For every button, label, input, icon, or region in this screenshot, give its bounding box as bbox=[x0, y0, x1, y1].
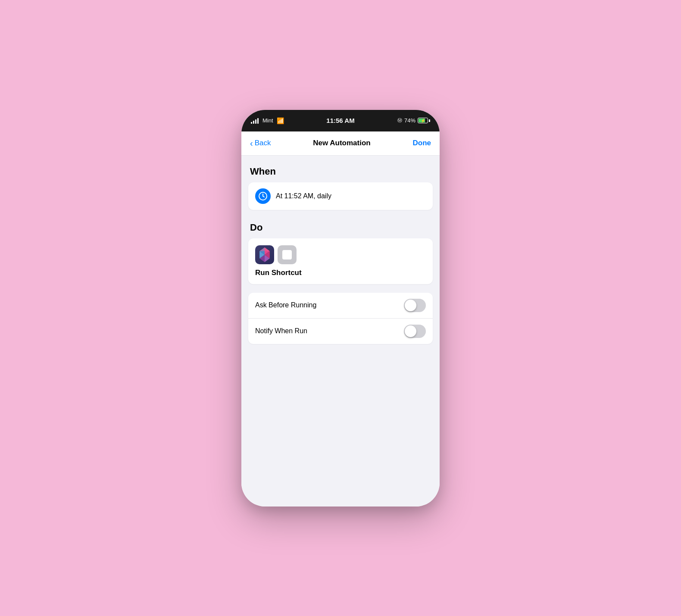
done-button[interactable]: Done bbox=[412, 139, 431, 147]
battery-body: ⚡ bbox=[418, 118, 428, 123]
status-left: Mint 📶 bbox=[251, 117, 284, 124]
action-label: Run Shortcut bbox=[255, 269, 426, 277]
signal-bar-4 bbox=[257, 118, 259, 124]
nav-bar: ‹ Back New Automation Done bbox=[241, 131, 440, 156]
do-card[interactable]: Run Shortcut bbox=[248, 238, 433, 284]
notify-when-run-label: Notify When Run bbox=[255, 327, 307, 335]
when-card[interactable]: At 11:52 AM, daily bbox=[248, 182, 433, 210]
toggle-knob-notify bbox=[405, 325, 416, 337]
signal-bars bbox=[251, 118, 259, 124]
bolt-icon: ⚡ bbox=[421, 119, 425, 123]
signal-bar-3 bbox=[255, 119, 256, 124]
do-section-title: Do bbox=[248, 222, 433, 233]
battery-tip bbox=[429, 119, 430, 122]
back-button[interactable]: ‹ Back bbox=[250, 139, 271, 147]
when-trigger-text: At 11:52 AM, daily bbox=[276, 192, 331, 200]
wifi-icon: 📶 bbox=[277, 117, 284, 124]
notify-when-run-row: Notify When Run bbox=[248, 319, 433, 344]
location-icon: Ⓜ bbox=[397, 117, 402, 124]
signal-bar-1 bbox=[251, 122, 252, 124]
status-right: Ⓜ 74% ⚡ bbox=[397, 117, 430, 124]
battery-percent: 74% bbox=[404, 117, 415, 124]
back-label: Back bbox=[255, 139, 271, 147]
stop-action-icon bbox=[278, 245, 297, 264]
svg-line-2 bbox=[263, 196, 264, 197]
shortcuts-gem-svg bbox=[255, 245, 274, 264]
battery-icon: ⚡ bbox=[418, 118, 430, 123]
ask-before-running-toggle[interactable] bbox=[404, 299, 426, 312]
content-area: When At 11:52 AM, daily Do bbox=[241, 156, 440, 507]
signal-bar-2 bbox=[253, 121, 254, 124]
when-section-title: When bbox=[248, 166, 433, 177]
back-chevron-icon: ‹ bbox=[250, 139, 253, 147]
ask-before-running-row: Ask Before Running bbox=[248, 293, 433, 319]
do-icons bbox=[255, 245, 426, 264]
clock-svg bbox=[258, 191, 268, 201]
time-icon bbox=[255, 188, 271, 204]
ask-before-running-label: Ask Before Running bbox=[255, 301, 316, 309]
carrier-name: Mint bbox=[262, 117, 273, 124]
svg-marker-10 bbox=[259, 247, 270, 251]
status-time: 11:56 AM bbox=[326, 117, 354, 124]
toggle-knob-ask bbox=[405, 300, 416, 311]
notify-when-run-toggle[interactable] bbox=[404, 325, 426, 338]
status-bar: Mint 📶 11:56 AM Ⓜ 74% ⚡ bbox=[241, 110, 440, 131]
stop-square bbox=[282, 250, 292, 260]
phone-frame: Mint 📶 11:56 AM Ⓜ 74% ⚡ ‹ Back New Autom… bbox=[241, 110, 440, 507]
page-title: New Automation bbox=[313, 139, 370, 147]
settings-list: Ask Before Running Notify When Run bbox=[248, 293, 433, 344]
shortcuts-app-icon bbox=[255, 245, 274, 264]
